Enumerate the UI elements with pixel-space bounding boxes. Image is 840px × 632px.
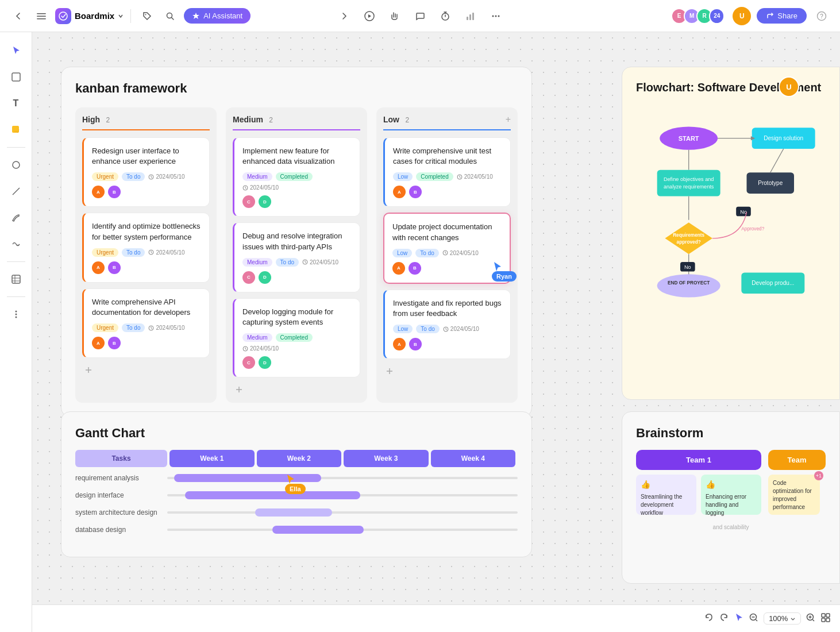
svg-rect-79 <box>826 614 830 617</box>
col-low-title: Low <box>383 115 399 124</box>
back-button[interactable] <box>9 7 28 25</box>
add-card-button[interactable] <box>233 383 360 396</box>
ai-assistant-button[interactable]: AI Assistant <box>184 8 251 24</box>
card-title: Debug and resolve integration issues wit… <box>242 231 352 252</box>
tag-date: 2024/05/10 <box>442 250 479 256</box>
share-icon <box>766 12 774 20</box>
svg-rect-9 <box>467 17 468 20</box>
tag-completed: Completed <box>276 333 313 342</box>
sidebar-item-more[interactable] <box>5 303 28 326</box>
flowchart-diagram: START Design solution Define objectives … <box>636 106 826 381</box>
table-row[interactable]: Develop logging module for capturing sys… <box>233 298 360 377</box>
flowchart-panel: Flowchart: Software Development U START … <box>622 67 840 400</box>
list-item: 👍 Streamlining the development workflow <box>636 475 696 515</box>
menu-button[interactable] <box>32 7 51 25</box>
help-button[interactable]: ? <box>812 7 831 25</box>
table-row[interactable]: Write comprehensive API documentation fo… <box>82 288 210 358</box>
svg-point-19 <box>13 161 20 168</box>
toolbar-center <box>335 7 505 25</box>
zoom-level-display[interactable]: 100% <box>764 612 801 625</box>
svg-text:Approved?: Approved? <box>741 226 764 232</box>
sidebar-item-frame[interactable] <box>5 65 28 88</box>
svg-marker-57 <box>665 222 712 254</box>
card-footer: C D <box>242 271 352 284</box>
avatar: D <box>259 356 271 369</box>
col-low-header: Low 2 + <box>383 114 511 130</box>
kanban-col-low: Low 2 + Write comprehensive unit test ca… <box>376 107 518 403</box>
svg-rect-11 <box>472 13 474 20</box>
add-card-button[interactable] <box>82 364 210 376</box>
svg-rect-2 <box>37 18 46 20</box>
chart-button[interactable] <box>461 7 480 25</box>
svg-text:Requirements: Requirements <box>673 233 704 238</box>
ryan-cursor-area: Ryan <box>492 261 503 275</box>
tag-todo: To do <box>122 172 145 181</box>
play-button[interactable] <box>360 7 379 25</box>
table-row[interactable]: Write comprehensive unit test cases for … <box>383 137 511 207</box>
sidebar-item-text[interactable]: T <box>5 92 28 115</box>
svg-point-28 <box>15 317 17 318</box>
card-tags: Medium Completed 2024/05/10 <box>242 333 352 352</box>
table-row[interactable]: Identify and optimize bottlenecks for be… <box>82 213 210 282</box>
avatar: D <box>259 271 271 284</box>
avatar: B <box>108 337 121 349</box>
table-row[interactable]: Investigate and fix reported bugs from u… <box>383 290 511 359</box>
tag-todo: To do <box>276 258 299 267</box>
timer-button[interactable] <box>436 7 454 25</box>
col-low-add-button[interactable]: + <box>506 114 511 125</box>
gesture-button[interactable] <box>386 7 404 25</box>
search-button[interactable] <box>161 7 179 25</box>
card-title: Identify and optimize bottlenecks for be… <box>92 221 201 242</box>
sidebar-item-cursor[interactable] <box>5 39 28 62</box>
card-title: Redesign user interface to enhance user … <box>92 146 201 167</box>
team2-notes: Code optimization for improved performan… <box>768 475 820 515</box>
svg-line-77 <box>813 619 815 621</box>
sidebar-item-connect[interactable] <box>5 233 28 256</box>
add-card-button[interactable] <box>383 365 511 377</box>
select-mode-button[interactable] <box>734 612 744 625</box>
redo-button[interactable] <box>719 612 729 625</box>
card-footer: A B <box>92 337 201 349</box>
table-row[interactable]: Redesign user interface to enhance user … <box>82 137 210 207</box>
svg-point-13 <box>495 15 497 17</box>
collaborators-avatars: E M R 24 <box>671 8 725 24</box>
gantt-row: database design <box>75 526 518 534</box>
gantt-bar-area <box>167 474 518 482</box>
main-canvas[interactable]: kanban framework High 2 Redesign user in… <box>32 32 840 632</box>
svg-point-3 <box>59 12 67 20</box>
card-tags: Low To do 2024/05/10 <box>393 325 502 333</box>
zoom-in-button[interactable] <box>806 612 816 625</box>
forward-icon-button[interactable] <box>335 7 353 25</box>
avatar: A <box>393 338 406 350</box>
zoom-out-button[interactable] <box>749 612 759 625</box>
fit-screen-button[interactable] <box>820 612 831 625</box>
ella-cursor-area: Ella <box>285 473 296 487</box>
avatar: B <box>409 186 422 198</box>
ella-cursor-label: Ella <box>285 484 306 494</box>
share-button[interactable]: Share <box>757 8 807 24</box>
sidebar-item-shapes[interactable] <box>5 153 28 176</box>
tag-button[interactable] <box>138 7 156 25</box>
avatar: A <box>92 186 105 198</box>
flowchart-avatar: U <box>779 76 799 97</box>
list-item: Code optimization for improved performan… <box>768 475 820 515</box>
table-row[interactable]: Implement new feature for enhanced data … <box>233 137 360 217</box>
kanban-board: kanban framework High 2 Redesign user in… <box>61 67 532 417</box>
sidebar-item-line[interactable] <box>5 180 28 203</box>
current-user-avatar: U <box>733 7 751 25</box>
tag-urgent: Urgent <box>92 172 118 181</box>
sidebar-item-table[interactable] <box>5 268 28 291</box>
toolbar-right: E M R 24 U Share ? <box>671 7 831 25</box>
sidebar-item-pen[interactable] <box>5 206 28 229</box>
chat-button[interactable] <box>411 7 429 25</box>
tag-completed: Completed <box>416 172 453 181</box>
sidebar-item-sticky[interactable] <box>5 118 28 141</box>
tag-date: 2024/05/10 <box>302 259 338 265</box>
table-row[interactable]: Debug and resolve integration issues wit… <box>233 222 360 292</box>
tag-todo: To do <box>415 249 438 257</box>
card-title: Write comprehensive unit test cases for … <box>393 146 502 167</box>
kanban-col-medium: Medium 2 Implement new feature for enhan… <box>226 107 367 403</box>
more-center-button[interactable] <box>487 7 505 25</box>
svg-rect-1 <box>37 16 46 17</box>
undo-button[interactable] <box>704 612 714 625</box>
